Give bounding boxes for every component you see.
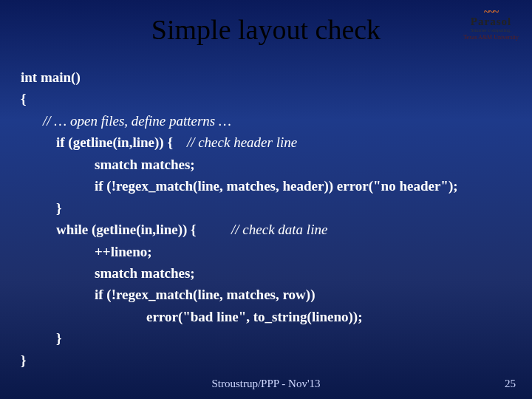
code-text: if (getline(in,line)) { — [56, 134, 173, 150]
code-block: int main() { // … open files, define pat… — [21, 66, 458, 371]
code-line: int main() — [21, 66, 458, 88]
code-line: if (getline(in,line)) { // check header … — [21, 132, 458, 153]
code-comment: // check header line — [187, 134, 297, 150]
code-comment: // … open files, define patterns … — [21, 110, 458, 132]
code-line: ++lineno; — [21, 241, 458, 262]
code-line: smatch matches; — [21, 154, 458, 175]
code-line: while (getline(in,line)) { // check data… — [21, 219, 458, 240]
slide-title: Simple layout check — [0, 0, 532, 46]
code-line: } — [21, 349, 458, 371]
code-line: smatch matches; — [21, 262, 458, 284]
code-line: if (!regex_match(line, matches, row)) — [21, 284, 458, 305]
logo-text: Parasol — [463, 16, 519, 27]
footer-text: Stroustrup/PPP - Nov'13 — [0, 378, 532, 390]
logo-tagline: Smarter computing. — [463, 28, 519, 33]
code-line: { — [21, 88, 458, 109]
code-line: if (!regex_match(line, matches, header))… — [21, 175, 458, 197]
page-number: 25 — [505, 378, 516, 390]
code-line: error("bad line", to_string(lineno)); — [21, 306, 458, 327]
logo-university: Texas A&M University — [463, 35, 519, 41]
code-line: } — [21, 197, 458, 219]
code-text: while (getline(in,line)) { — [56, 222, 197, 237]
code-line: } — [21, 327, 458, 349]
code-comment: // check data line — [231, 222, 327, 237]
parasol-logo: ~~~ Parasol Smarter computing. Texas A&M… — [463, 7, 519, 41]
